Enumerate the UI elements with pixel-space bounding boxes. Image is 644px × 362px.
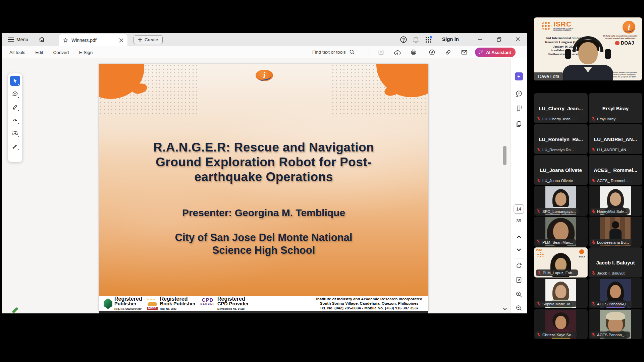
select-tool-button[interactable] (10, 76, 20, 86)
participant-tile[interactable]: ACES Panabo-Q... (589, 278, 642, 308)
toolbar-item-esign[interactable]: E-Sign (79, 50, 93, 55)
favorite-star-icon[interactable] (63, 38, 68, 43)
participant-tile[interactable]: ACES Panabo_... (589, 309, 642, 339)
fit-page-icon (515, 276, 523, 284)
home-button[interactable] (38, 36, 45, 43)
comment-tool-button[interactable] (10, 89, 20, 99)
nbdb-logo: ★★★ NBDB (147, 298, 158, 309)
sec-registered-publisher-badge: Registered Publisher Reg. No. CN20200435… (104, 296, 142, 311)
share-link-button[interactable] (445, 49, 451, 56)
ai-assistant-button[interactable]: AI Assistant (475, 48, 516, 57)
participant-tile[interactable]: HoneyMist Salv... (589, 186, 642, 216)
participant-tile[interactable]: LU_Joana Olivete LU_Joana Olivete (534, 155, 588, 185)
mic-muted-icon (537, 302, 541, 306)
restore-icon (496, 37, 502, 42)
comments-panel-button[interactable] (515, 90, 523, 98)
comments-icon (515, 90, 523, 98)
participant-name-label: LU_ANDREI_AN... (590, 146, 632, 153)
isrc-logo-text: ISRC (553, 20, 572, 28)
apps-grid-button[interactable] (425, 36, 432, 44)
notifications-button[interactable] (412, 36, 420, 43)
participant-tile[interactable]: LU_Cherry Jean... LU_Cherry Jean ... (534, 93, 588, 123)
host-person (556, 36, 620, 80)
request-esign-button[interactable] (429, 49, 435, 56)
green-pencil-icon (10, 306, 19, 315)
hamburger-icon (8, 37, 14, 42)
find-text-button[interactable]: Find text or tools (312, 46, 355, 58)
nbdb-registered-book-publisher-badge: ★★★ NBDB Registered Book Publisher Reg. … (147, 296, 196, 311)
participant-tile[interactable]: Ersyl Biray Ersyl Biray (589, 93, 642, 123)
participant-tile[interactable]: Louweesiana Bu... (589, 217, 642, 247)
zoom-out-button[interactable] (515, 304, 523, 312)
highlighter-icon (12, 104, 18, 110)
mic-muted-icon (591, 117, 596, 121)
mic-muted-icon (537, 209, 541, 214)
bookmarks-panel-button[interactable] (515, 105, 523, 112)
participant-tile[interactable]: ACES_ Rommel... ACES_ Rommel ... (589, 155, 642, 185)
scrollbar-down-arrow[interactable] (502, 306, 507, 311)
menu-label: Menu (16, 37, 28, 42)
email-button[interactable] (461, 49, 468, 56)
save-button[interactable] (378, 49, 384, 56)
menu-button[interactable]: Menu (8, 36, 28, 44)
toolbar-item-edit[interactable]: Edit (35, 50, 43, 55)
pages-icon (515, 120, 523, 128)
zoom-in-button[interactable] (515, 291, 523, 298)
panel-divider (514, 86, 524, 86)
window-restore-button[interactable] (496, 37, 502, 42)
quick-edit-pencil-button[interactable] (10, 306, 19, 315)
right-tools-panel: ✦ 14 39 (510, 58, 527, 313)
participant-tile[interactable]: Chrizza Kaye So... (534, 309, 588, 339)
mic-muted-icon (591, 271, 596, 275)
toolbar-item-convert[interactable]: Convert (53, 50, 69, 55)
mic-muted-icon (537, 178, 541, 183)
question-icon (400, 36, 407, 43)
generative-summary-button[interactable]: ✦ (515, 72, 523, 80)
tab-title: Winners.pdf (71, 38, 116, 43)
desktop: { "colors": { "acrobat_accent_blue": "#2… (0, 0, 644, 362)
participant-name-label: ACES_ Rommel ... (590, 177, 632, 184)
highlight-tool-button[interactable] (10, 102, 20, 112)
mic-muted-icon (591, 178, 596, 183)
participant-tile[interactable]: Jacob I. Baluyut Jacob I. Baluyut (589, 247, 642, 278)
current-page-input[interactable]: 14 (514, 204, 524, 214)
window-close-button[interactable] (515, 37, 521, 42)
participant-tile[interactable]: Sophia Marie Ja... (534, 278, 588, 308)
create-button[interactable]: Create (133, 35, 163, 44)
ai-chat-sparkle-icon (478, 50, 484, 55)
participant-tile[interactable]: PLM_Sean Mari... (534, 217, 588, 247)
host-video-tile[interactable]: ISRC INTERNATIONAL STUDENT RESEARCH CONG… (534, 17, 642, 80)
draw-tool-button[interactable] (10, 115, 20, 125)
create-label: Create (145, 37, 158, 42)
participant-tile[interactable]: LU_Romelyn Ra... LU_Romelyn Ra... (534, 124, 588, 154)
participant-tile[interactable]: SPC_Lumangaya... (534, 186, 588, 216)
participant-video-tile[interactable]: ISRC DOAJ PLM_Lapuz, Fab... (534, 247, 588, 278)
help-button[interactable] (400, 36, 407, 43)
text-box-icon: A (12, 130, 18, 136)
fill-sign-tool-button[interactable] (10, 141, 20, 151)
document-canvas: i R.A.N.G.E.R: Rescue and Navigation Gro… (2, 58, 510, 313)
refresh-button[interactable] (515, 262, 523, 269)
fill-sign-pen-icon (12, 143, 18, 149)
previous-page-button[interactable] (516, 234, 522, 240)
document-tab[interactable]: Winners.pdf (59, 34, 127, 46)
mic-muted-icon (537, 333, 541, 337)
participant-tile[interactable]: LU_ANDREI_AN... LU_ANDREI_AN... (589, 124, 642, 154)
tab-close-icon[interactable] (119, 38, 123, 43)
participant-name-label: Chrizza Kaye So... (535, 331, 577, 338)
cpd-logo: CPD MEMBER (200, 298, 215, 309)
acrobat-window: Menu Winners.pdf Create Sign in (2, 33, 527, 313)
scrollbar-thumb[interactable] (503, 146, 506, 165)
share-upload-button[interactable] (394, 49, 401, 56)
mic-muted-icon (591, 240, 596, 244)
ai-assistant-label: AI Assistant (486, 50, 511, 55)
page-thumbnails-button[interactable] (515, 120, 523, 128)
fit-page-button[interactable] (515, 276, 523, 284)
sign-in-button[interactable]: Sign in (442, 36, 459, 42)
add-text-tool-button[interactable]: A (10, 128, 20, 138)
print-button[interactable] (410, 49, 417, 56)
next-page-button[interactable] (516, 247, 522, 253)
window-minimize-button[interactable] (478, 37, 483, 42)
toolbar-item-all-tools[interactable]: All tools (9, 50, 25, 55)
slide-school: City of San Jose Del Monte National Scie… (99, 231, 428, 257)
